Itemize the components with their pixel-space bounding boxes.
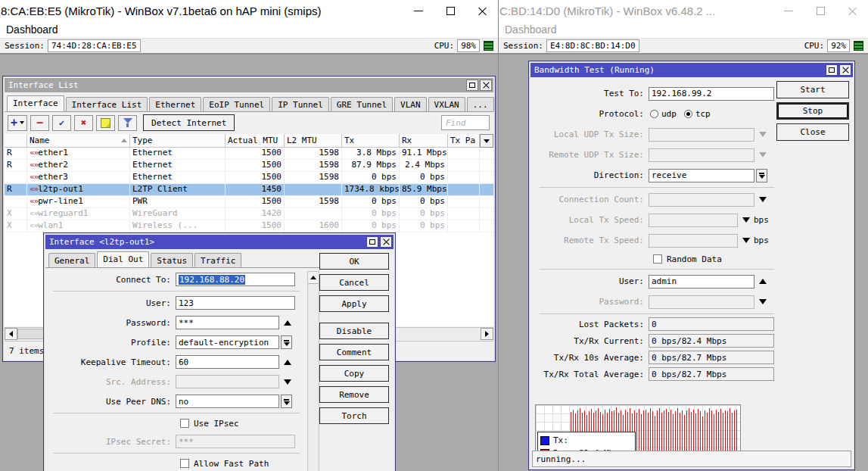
expand-down-icon[interactable]	[759, 132, 767, 137]
connect-to-input[interactable]: 192.168.88.20	[176, 273, 295, 286]
tab-general[interactable]: General	[48, 253, 95, 267]
tab-vxlan[interactable]: VXLAN	[428, 97, 465, 111]
password-input[interactable]	[649, 295, 754, 309]
comment-button[interactable]: Comment	[319, 344, 389, 360]
maximize-button[interactable]	[466, 80, 478, 91]
maximize-button[interactable]	[826, 64, 838, 76]
tab-ethernet[interactable]: Ethernet	[149, 97, 201, 111]
copy-button[interactable]: Copy	[319, 365, 389, 382]
remote-udp-tx-size-input[interactable]	[649, 148, 754, 162]
detect-internet-button[interactable]: Detect Internet	[143, 114, 235, 131]
table-row[interactable]: R ether1 Ethernet 1500 1598 3.8 Mbps 91.…	[5, 148, 493, 160]
apply-button[interactable]: Apply	[319, 295, 389, 312]
use-peer-dns-select[interactable]: no	[176, 395, 279, 408]
remove-button[interactable]: Remove	[319, 386, 389, 403]
dropdown-button[interactable]	[281, 335, 292, 349]
table-row[interactable]: R ether2 Ethernet 1500 1598 87.9 Mbps 2.…	[5, 160, 493, 172]
use-ipsec-checkbox[interactable]	[180, 419, 189, 428]
expand-down-icon[interactable]	[759, 197, 767, 202]
user-input[interactable]: admin	[649, 275, 754, 289]
collapse-up-icon[interactable]	[759, 279, 767, 284]
tab-ip-tunnel[interactable]: IP Tunnel	[272, 97, 329, 111]
dropdown-button[interactable]	[756, 169, 767, 182]
stop-button[interactable]: Stop	[776, 102, 849, 120]
random-data-checkbox[interactable]	[653, 254, 662, 264]
tab-more[interactable]: ...	[467, 97, 494, 111]
tab-traffic[interactable]: Traffic	[194, 253, 241, 267]
ipsec-secret-input[interactable]: ***	[176, 435, 295, 448]
table-row-disabled[interactable]: X wlan1 Wireless (... 1500 1600 0 bps 0 …	[5, 220, 493, 232]
column-rx[interactable]: Rx	[400, 134, 448, 148]
profile-select[interactable]: default-encryption	[176, 335, 279, 349]
add-button[interactable]: +	[8, 115, 27, 131]
maximize-button[interactable]	[804, 1, 836, 20]
close-button[interactable]	[839, 64, 851, 76]
vertical-scrollbar[interactable]	[307, 271, 319, 471]
src-address-input[interactable]	[176, 375, 279, 388]
scroll-left-button[interactable]	[5, 328, 17, 340]
udp-radio[interactable]	[650, 110, 658, 118]
allow-fast-path-checkbox[interactable]	[180, 459, 189, 468]
expand-down-icon[interactable]	[759, 152, 767, 158]
cancel-button[interactable]: Cancel	[319, 274, 389, 291]
close-button[interactable]	[466, 1, 498, 20]
remote-tx-speed-input[interactable]	[649, 234, 738, 248]
cpu-graph-icon[interactable]	[484, 41, 493, 51]
column-type[interactable]: Type	[130, 134, 226, 148]
disable-button[interactable]: Disable	[319, 323, 389, 339]
local-tx-speed-input[interactable]	[649, 214, 738, 227]
column-actual-mtu[interactable]: Actual MTU	[226, 134, 285, 148]
test-to-input[interactable]: 192.168.99.2	[649, 87, 774, 101]
tab-interface[interactable]: Interface	[7, 95, 64, 111]
close-button[interactable]	[480, 80, 492, 91]
password-input[interactable]: ***	[176, 316, 279, 329]
local-udp-tx-size-input[interactable]	[649, 128, 754, 142]
table-row[interactable]: ether3 Ethernet 1500 1598 0 bps 0 bps	[5, 172, 493, 184]
expand-down-icon[interactable]	[742, 238, 750, 243]
ok-button[interactable]: OK	[319, 253, 389, 270]
filter-button[interactable]	[118, 115, 137, 131]
user-input[interactable]: 123	[176, 296, 295, 310]
scroll-right-button[interactable]	[481, 328, 493, 340]
enable-button[interactable]: ✔	[52, 115, 71, 131]
close-button[interactable]: Close	[776, 123, 849, 141]
dropdown-button[interactable]	[281, 395, 292, 408]
minimize-button[interactable]	[773, 1, 804, 20]
tab-interface-list[interactable]: Interface List	[66, 97, 148, 111]
disable-button[interactable]: ✖	[74, 115, 93, 131]
column-l2-mtu[interactable]: L2 MTU	[285, 134, 342, 148]
table-row-selected[interactable]: R l2tp-out1 L2TP Client 1450 1734.8 kbps…	[5, 184, 493, 196]
connection-count-input[interactable]	[649, 193, 754, 207]
keepalive-timeout-input[interactable]: 60	[176, 355, 279, 369]
tab-dial-out[interactable]: Dial Out	[97, 251, 149, 267]
tab-vlan[interactable]: VLAN	[394, 97, 427, 111]
dashboard-menu[interactable]: Dashboard	[0, 21, 498, 38]
minimize-button[interactable]	[403, 1, 434, 20]
dashboard-menu[interactable]: Dashboard	[499, 21, 868, 38]
column-tx-pa[interactable]: Tx Pa	[448, 134, 480, 148]
expand-down-icon[interactable]	[284, 379, 291, 385]
tab-eoip-tunnel[interactable]: EoIP Tunnel	[203, 97, 270, 111]
column-chooser-button[interactable]	[480, 134, 493, 148]
expand-down-icon[interactable]	[759, 299, 767, 304]
remove-button[interactable]: −	[30, 115, 49, 131]
start-button[interactable]: Start	[776, 81, 849, 98]
collapse-up-icon[interactable]	[284, 360, 291, 365]
comment-button[interactable]	[96, 115, 115, 131]
close-button[interactable]	[836, 1, 868, 20]
column-flags[interactable]	[5, 134, 27, 148]
cpu-graph-icon[interactable]	[854, 41, 863, 51]
expand-down-icon[interactable]	[742, 217, 750, 223]
column-name[interactable]: Name	[27, 134, 130, 148]
maximize-button[interactable]	[366, 236, 378, 248]
tab-status[interactable]: Status	[151, 253, 193, 267]
close-button[interactable]	[380, 236, 392, 248]
table-row[interactable]: pwr-line1 PWR 1500 1598 0 bps 0 bps	[5, 196, 493, 208]
direction-select[interactable]: receive	[649, 169, 754, 182]
maximize-button[interactable]	[434, 1, 466, 20]
collapse-up-icon[interactable]	[284, 320, 291, 326]
table-row-disabled[interactable]: X wireguard1 WireGuard 1420 0 bps 0 bps	[5, 208, 493, 220]
scroll-up-button[interactable]	[308, 272, 319, 284]
tcp-radio[interactable]	[684, 110, 692, 118]
find-input[interactable]: Find	[441, 115, 490, 130]
